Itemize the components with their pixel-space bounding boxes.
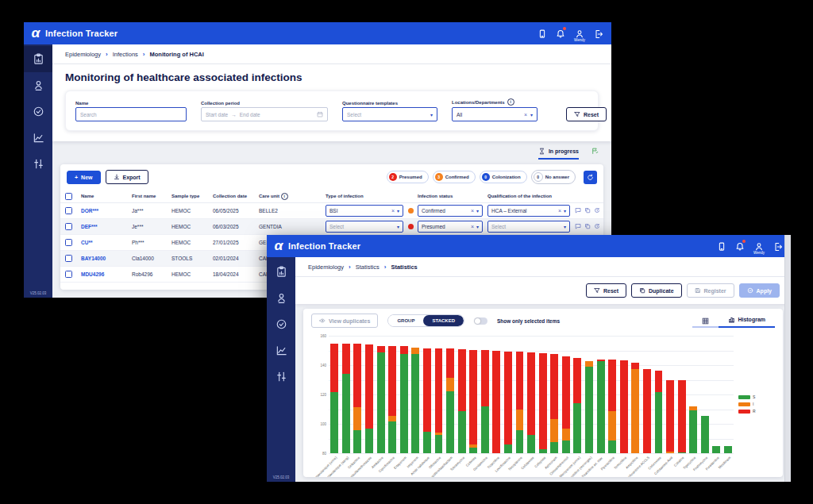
bar-group[interactable] bbox=[607, 336, 618, 453]
templates-select[interactable]: Select ▾ bbox=[342, 107, 437, 121]
view-duplicates-button[interactable]: View duplicates bbox=[311, 314, 378, 328]
legend-item[interactable]: R bbox=[738, 409, 775, 414]
clear-icon[interactable]: × bbox=[471, 224, 474, 229]
bar-group[interactable] bbox=[711, 336, 722, 453]
chevron-down-icon[interactable]: ▾ bbox=[397, 224, 399, 229]
bar-group[interactable] bbox=[375, 336, 387, 453]
chevron-down-icon[interactable]: ▾ bbox=[564, 224, 566, 229]
stacked-option[interactable]: STACKED bbox=[423, 315, 464, 326]
sidebar-item-validation[interactable] bbox=[24, 98, 52, 125]
breadcrumb-item[interactable]: Infections bbox=[113, 51, 138, 58]
reset-button[interactable]: Reset bbox=[586, 283, 626, 298]
bar-group[interactable] bbox=[433, 336, 445, 453]
legend-item[interactable]: S bbox=[738, 394, 775, 399]
tab-table-view[interactable] bbox=[692, 315, 719, 328]
counter-colonization[interactable]: 0Colonization bbox=[480, 171, 527, 183]
bar-group[interactable] bbox=[410, 336, 422, 453]
legend-item[interactable]: I bbox=[738, 402, 775, 406]
breadcrumb-item[interactable]: Monitoring of HCAI bbox=[149, 51, 203, 58]
chevron-down-icon[interactable]: ▾ bbox=[530, 112, 533, 117]
sidebar-item-monitoring[interactable] bbox=[24, 46, 52, 72]
tab-completed[interactable] bbox=[591, 148, 599, 160]
patient-name-link[interactable]: DEF*** bbox=[81, 224, 132, 229]
duplicate-icon[interactable] bbox=[584, 207, 591, 214]
notifications-icon[interactable] bbox=[735, 240, 745, 250]
logout-icon[interactable] bbox=[773, 240, 783, 250]
bar-group[interactable] bbox=[688, 336, 699, 453]
register-button[interactable]: Register bbox=[687, 283, 734, 298]
sidebar-item-monitoring[interactable] bbox=[267, 259, 295, 285]
row-checkbox[interactable] bbox=[65, 271, 72, 278]
device-icon[interactable] bbox=[538, 28, 547, 37]
info-icon[interactable]: i bbox=[507, 98, 514, 106]
counter-no-answer[interactable]: 0No answer bbox=[531, 170, 576, 184]
apply-button[interactable]: Apply bbox=[739, 283, 780, 298]
counter-presumed[interactable]: 2Presumed bbox=[387, 171, 429, 183]
bar-group[interactable] bbox=[445, 336, 457, 453]
bar-group[interactable] bbox=[526, 336, 538, 453]
scrollbar-track[interactable] bbox=[784, 235, 791, 482]
bar-group[interactable] bbox=[653, 336, 665, 453]
select-all-checkbox[interactable] bbox=[65, 193, 72, 200]
bar-group[interactable] bbox=[341, 336, 353, 453]
chevron-down-icon[interactable]: ▾ bbox=[476, 224, 479, 229]
type-of-infection-select[interactable]: BSI×▾ bbox=[326, 205, 403, 217]
duplicate-button[interactable]: Duplicate bbox=[631, 283, 682, 298]
bar-group[interactable] bbox=[630, 336, 642, 453]
bar-group[interactable] bbox=[549, 336, 561, 453]
user-menu[interactable]: Wendy bbox=[574, 28, 585, 42]
breadcrumb-item[interactable]: Statistics bbox=[356, 264, 380, 271]
bar-group[interactable] bbox=[595, 336, 607, 453]
bar-group[interactable] bbox=[398, 336, 410, 453]
counter-confirmed[interactable]: 3Confirmed bbox=[433, 171, 476, 183]
breadcrumb-item[interactable]: Statistics bbox=[391, 264, 417, 271]
user-menu[interactable]: Wendy bbox=[753, 240, 765, 255]
refresh-button[interactable] bbox=[584, 171, 597, 184]
bar-group[interactable] bbox=[422, 336, 433, 453]
type-of-infection-select[interactable]: Select▾ bbox=[326, 221, 403, 233]
show-selected-toggle[interactable] bbox=[474, 317, 487, 325]
bar-group[interactable] bbox=[665, 336, 676, 453]
comment-icon[interactable] bbox=[575, 223, 581, 230]
row-checkbox[interactable] bbox=[65, 207, 72, 214]
new-button[interactable]: + New bbox=[67, 171, 101, 184]
sidebar-item-patients[interactable] bbox=[24, 72, 52, 98]
bar-group[interactable] bbox=[387, 336, 399, 453]
duplicate-icon[interactable] bbox=[584, 223, 591, 230]
bar-group[interactable] bbox=[468, 336, 480, 453]
info-icon[interactable]: i bbox=[281, 193, 288, 200]
tab-histogram[interactable]: Histogram bbox=[719, 314, 775, 328]
bar-group[interactable] bbox=[537, 336, 549, 453]
bar-group[interactable] bbox=[364, 336, 376, 453]
clear-icon[interactable]: × bbox=[471, 208, 474, 214]
reset-button[interactable]: Reset bbox=[566, 107, 607, 121]
chevron-down-icon[interactable]: ▾ bbox=[476, 208, 479, 214]
group-option[interactable]: GROUP bbox=[388, 315, 423, 326]
comment-icon[interactable] bbox=[575, 207, 581, 214]
bar-group[interactable] bbox=[491, 336, 503, 453]
bar-group[interactable] bbox=[699, 336, 711, 453]
sidebar-item-settings[interactable] bbox=[24, 151, 52, 177]
patient-name-link[interactable]: BAY14000 bbox=[81, 256, 132, 261]
bar-group[interactable] bbox=[456, 336, 468, 453]
notifications-icon[interactable] bbox=[556, 28, 565, 37]
bar-group[interactable] bbox=[352, 336, 364, 453]
logout-icon[interactable] bbox=[594, 28, 603, 37]
infection-status-select[interactable]: Presumed×▾ bbox=[418, 221, 483, 233]
chevron-down-icon[interactable]: ▾ bbox=[397, 208, 399, 214]
clear-icon[interactable]: × bbox=[391, 208, 395, 214]
breadcrumb-item[interactable]: Epidemiology bbox=[308, 264, 344, 271]
bar-group[interactable] bbox=[329, 336, 341, 453]
qualification-select[interactable]: HCA – External×▾ bbox=[487, 205, 570, 217]
bar-group[interactable] bbox=[584, 336, 595, 453]
locations-select[interactable]: All × ▾ bbox=[452, 107, 538, 121]
clear-icon[interactable]: × bbox=[524, 112, 527, 117]
bar-group[interactable] bbox=[722, 336, 734, 453]
tab-in-progress[interactable]: In progress bbox=[538, 148, 579, 160]
bar-group[interactable] bbox=[561, 336, 572, 453]
sidebar-item-statistics[interactable] bbox=[267, 337, 295, 364]
row-checkbox[interactable] bbox=[65, 223, 72, 230]
history-icon[interactable] bbox=[594, 223, 600, 230]
chevron-down-icon[interactable]: ▾ bbox=[564, 208, 566, 214]
bar-group[interactable] bbox=[642, 336, 653, 453]
